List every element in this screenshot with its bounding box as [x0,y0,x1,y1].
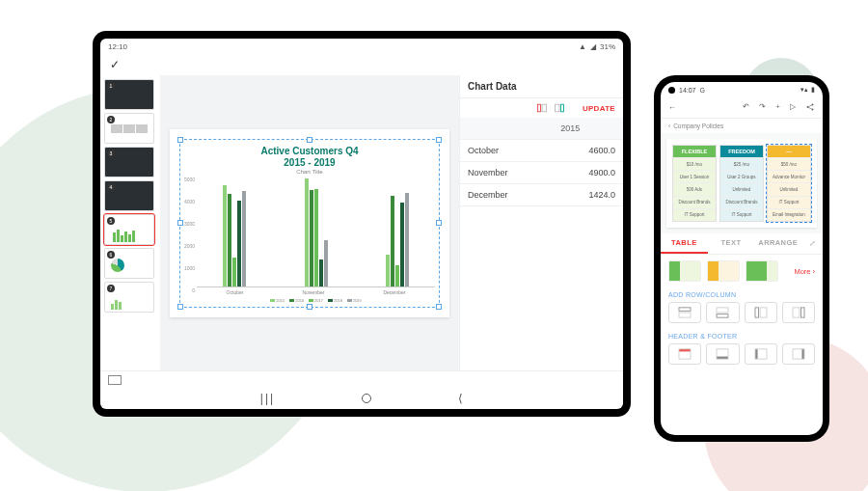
status-time: 12:10 [108,42,127,51]
thumb-1[interactable]: 1 [104,79,154,110]
battery-icon: ▮ [811,86,815,94]
tab-table[interactable]: TABLE [661,233,708,254]
header-col-toggle[interactable] [745,343,777,365]
panel-title: Chart Data [468,81,517,92]
chart-yaxis: 500040003000200010000 [184,177,197,303]
section-header-footer: HEADER & FOOTER [661,329,823,341]
play-icon[interactable]: ▷ [790,102,796,114]
table-style-swatches: More › [661,255,823,287]
chart-bars [197,177,435,287]
data-row[interactable]: December1424.0 [460,184,623,206]
svg-rect-12 [760,308,767,317]
footer-row-toggle[interactable] [706,343,739,365]
phone-slide: FLEXIBLE$10 /moUser 1 Session500 AdsDisc… [666,139,817,228]
resize-handle[interactable] [177,304,183,310]
add-icon[interactable]: + [775,102,780,114]
breadcrumb[interactable]: ‹ Company Policies [661,119,823,133]
insert-row-below-button[interactable] [706,302,739,323]
svg-rect-11 [755,308,758,317]
breadcrumb-back-icon[interactable]: ‹ [668,123,670,129]
slide-thumbnails[interactable]: 1 2 3 4 5 6 7 [100,75,160,370]
chart-plot: 500040003000200010000 OctoberNovemberDec… [184,177,435,303]
thumb-2[interactable]: 2 [104,113,154,144]
insert-col-right-icon[interactable] [554,102,565,114]
table-column[interactable]: —$50 /moAdvance MonitorUnlimitedIT Suppo… [767,145,811,222]
section-add-row-column: ADD ROW/COLUMN [661,287,823,300]
phone-toolbar: ← ↶ ↷ + ▷ [661,97,823,119]
table-column[interactable]: FLEXIBLE$10 /moUser 1 Session500 AdsDisc… [672,145,717,222]
data-row[interactable]: October4600.0 [460,140,623,162]
resize-handle[interactable] [436,220,442,226]
tablet-system-nav: ||| ⟨ [100,388,623,409]
thumb-3[interactable]: 3 [104,147,154,177]
svg-rect-7 [679,308,691,311]
chart-xaxis: OctoberNovemberDecember [197,287,435,295]
style-swatch[interactable] [668,260,701,282]
year-col-header[interactable]: 2015 [553,118,623,140]
status-dot-icon [668,87,675,94]
tablet-device: 12:10 ▲ ◢ 31% ✓ 1 2 3 [93,31,631,417]
chart-data-panel: Chart Data UPDATE 2015 October4600.0Nove… [459,75,623,370]
wifi-icon: ▾▴ [800,86,808,94]
resize-handle[interactable] [436,137,442,143]
slideshow-mode-icon[interactable] [108,375,122,385]
home-button[interactable] [362,394,371,403]
header-row-toggle[interactable] [668,343,701,365]
style-swatch[interactable] [707,260,740,282]
recents-button[interactable]: ||| [260,392,275,405]
svg-rect-13 [793,308,800,317]
svg-rect-9 [717,308,728,313]
svg-rect-2 [555,104,559,112]
phone-slide-canvas[interactable]: FLEXIBLE$10 /moUser 1 Session500 AdsDisc… [661,133,823,233]
slide-canvas[interactable]: Active Customers Q4 2015 - 2019 Chart Ti… [160,75,459,370]
thumb-6[interactable]: 6 [104,248,154,279]
back-icon[interactable]: ← [668,103,676,112]
tablet-topbar: ✓ [100,54,623,75]
svg-point-4 [807,106,809,108]
footer-col-toggle[interactable] [782,343,815,365]
insert-col-right-button[interactable] [782,302,815,323]
resize-handle[interactable] [177,220,183,226]
tab-arrange[interactable]: ARRANGE [754,233,801,254]
add-row-col-buttons [661,300,823,329]
share-icon[interactable] [805,102,815,114]
table-column[interactable]: FREEDOM$25 /moUser 2 GroupsUnlimitedDisc… [719,145,764,222]
signal-icon: ◢ [590,42,596,51]
phone-status-bar: 14:07 G ▾▴ ▮ [661,82,823,97]
update-button[interactable]: UPDATE [583,104,615,113]
chart-object[interactable]: Active Customers Q4 2015 - 2019 Chart Ti… [179,139,440,308]
done-check-icon[interactable]: ✓ [110,58,120,71]
insert-col-left-icon[interactable] [536,102,548,114]
data-row[interactable]: November4900.0 [460,162,623,184]
svg-rect-1 [542,104,547,112]
tab-text[interactable]: TEXT [708,233,755,254]
thumb-7[interactable]: 7 [104,282,154,313]
wifi-icon: ▲ [579,42,586,51]
redo-icon[interactable]: ↷ [759,102,766,114]
insert-col-left-button[interactable] [745,302,777,323]
thumb-4[interactable]: 4 [104,180,154,211]
svg-rect-0 [537,104,540,112]
undo-icon[interactable]: ↶ [743,102,749,114]
phone-screen: 14:07 G ▾▴ ▮ ← ↶ ↷ + ▷ ‹ Company Policie [661,82,823,435]
svg-point-6 [812,108,814,110]
chart-title: Active Customers Q4 2015 - 2019 [184,146,435,169]
chart-data-table[interactable]: 2015 October4600.0November4900.0December… [460,118,623,206]
insert-row-above-button[interactable] [668,302,701,323]
more-styles-link[interactable]: More › [794,267,815,276]
tablet-footer [100,370,623,388]
style-swatch[interactable] [746,260,778,282]
back-button[interactable]: ⟨ [458,392,463,405]
phone-device: 14:07 G ▾▴ ▮ ← ↶ ↷ + ▷ ‹ Company Policie [654,75,829,442]
svg-rect-8 [679,313,691,317]
status-battery: 31% [600,42,615,51]
chart-subtitle: Chart Title [184,169,435,175]
header-footer-buttons [661,341,823,370]
resize-handle[interactable] [307,304,312,310]
resize-handle[interactable] [436,304,442,310]
resize-handle[interactable] [307,137,312,143]
resize-handle[interactable] [177,137,183,143]
thumb-5[interactable]: 5 [104,214,154,245]
expand-panel-icon[interactable]: ⤢ [801,233,823,254]
svg-rect-3 [560,104,563,112]
